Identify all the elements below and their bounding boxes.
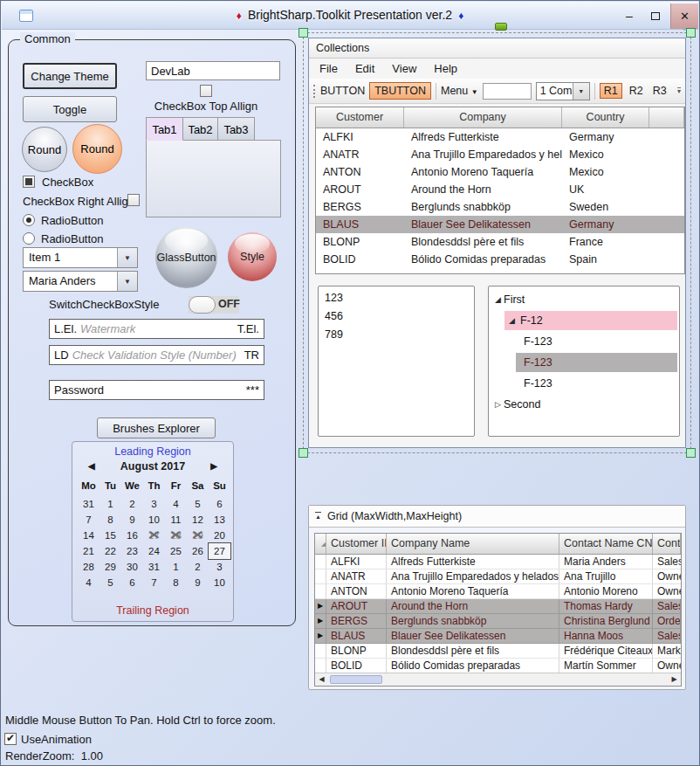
calendar-day[interactable]: 5 (100, 575, 121, 590)
calendar-day[interactable]: 26 (187, 543, 209, 559)
table-row[interactable]: BOLIDBólido Comidas preparadasSpain (316, 251, 684, 268)
calendar-day[interactable]: 28 (78, 559, 100, 575)
calendar-day[interactable]: 2 (187, 559, 209, 575)
combobox-item1[interactable]: Item 1 ▼ (23, 247, 138, 268)
row-selector[interactable]: ▶ (315, 599, 326, 613)
combobox-maria-anders[interactable]: Maria Anders ▼ (23, 271, 138, 292)
checkbox-top-align[interactable] (200, 85, 212, 97)
calendar-prev-icon[interactable]: ◀ (88, 461, 95, 471)
calendar-day[interactable]: 14 (78, 528, 100, 543)
menu-file[interactable]: File (311, 62, 347, 75)
tree-expanded-icon[interactable]: ◢ (495, 290, 501, 309)
row-selector[interactable] (315, 659, 326, 673)
toolbar-radio-r1[interactable]: R1 (600, 83, 622, 99)
menu-edit[interactable]: Edit (347, 62, 383, 75)
expander-header[interactable]: ▲ Grid (MaxWidth,MaxHeight) (309, 506, 685, 528)
calendar-day[interactable]: 3 (143, 496, 165, 512)
calendar-day[interactable]: 23 (121, 543, 143, 559)
calendar-day[interactable]: 2 (121, 496, 143, 512)
calendar-day[interactable]: 29 (100, 559, 121, 575)
table-row[interactable]: BLONPBlondesddsl père et filsFrédérique … (315, 644, 681, 659)
checkbox-checked[interactable] (23, 176, 35, 188)
glass-button[interactable]: GlassButton (155, 226, 217, 288)
calendar-day[interactable]: 31 (78, 496, 100, 512)
list-item[interactable]: 456 (319, 307, 474, 326)
table-row[interactable]: ALFKIAlfreds FutterkisteGermany (316, 128, 684, 146)
calendar-day[interactable]: 1 (165, 559, 187, 575)
list-item[interactable]: 123 (319, 289, 474, 307)
column-header-customer-id[interactable]: Customer ID (326, 534, 387, 554)
round-button-gray[interactable]: Round (22, 127, 67, 172)
toolbar-toggle-button[interactable]: TBUTTON (369, 82, 431, 100)
tab-tab2[interactable]: Tab2 (182, 117, 218, 141)
calendar-next-icon[interactable]: ▶ (210, 461, 217, 471)
calendar-day[interactable]: 20 (209, 528, 230, 543)
change-theme-button[interactable]: Change Theme (23, 63, 117, 89)
watermark-textbox[interactable]: L.El. Watermark T.El. (49, 319, 264, 339)
scroll-right-icon[interactable]: ▶ (668, 673, 681, 686)
table-row[interactable]: BLONPBlondesddsl père et filsFrance (316, 233, 684, 251)
toolbar-button[interactable]: BUTTON (320, 85, 365, 97)
tree-item[interactable]: ▷Second (491, 395, 677, 414)
calendar-month-title[interactable]: August 2017 (120, 460, 185, 473)
calendar-day[interactable]: 1 (100, 496, 121, 512)
minimize-button[interactable]: – (618, 4, 641, 28)
toolbar-overflow-icon[interactable]: ▾ (677, 87, 681, 94)
password-box[interactable]: Password *** (49, 380, 264, 400)
table-row[interactable]: AROUTAround the HornUK (316, 181, 684, 198)
tree-item[interactable]: ◢F-12 (504, 311, 677, 330)
use-animation-checkbox[interactable] (4, 733, 17, 745)
row-selector[interactable] (315, 569, 326, 583)
listbox[interactable]: 123456789 (318, 286, 475, 437)
toolbar-combobox[interactable]: 1 Com ▼ (536, 82, 590, 100)
calendar-day[interactable]: 15 (100, 528, 121, 543)
table-row[interactable]: ALFKIAlfreds FutterkisteMaria AndersSale… (315, 555, 681, 569)
calendar-day[interactable]: 12 (187, 512, 209, 528)
round-button-orange[interactable]: Round (72, 124, 122, 174)
collections-titlebar[interactable]: Collections (309, 38, 685, 59)
table-row[interactable]: ANTONAntonio Moreno TaqueríaMexico (316, 163, 684, 181)
collapse-icon[interactable]: ▲ (315, 512, 321, 521)
radiobutton-1[interactable] (23, 214, 35, 226)
calendar-day[interactable]: 7 (78, 512, 100, 528)
calendar-day[interactable]: 9 (187, 575, 209, 590)
checkbox-right-align[interactable] (127, 194, 140, 206)
row-selector[interactable]: ▶ (315, 614, 326, 628)
column-header-country[interactable]: Country (562, 107, 649, 128)
calendar-day[interactable]: 13 (209, 512, 230, 528)
table-row[interactable]: ANTONAntonio Moreno TaqueríaAntonio More… (315, 584, 681, 599)
calendar-day[interactable]: 4 (165, 496, 187, 512)
toolbar-menu-button[interactable]: Menu ▼ (441, 85, 478, 97)
switch-toggle[interactable]: OFF (189, 296, 239, 314)
style-glass-button[interactable]: Style (228, 232, 277, 281)
tree-expanded-icon[interactable]: ◢ (509, 311, 515, 330)
validation-textbox[interactable]: LD Check Validation Style (Number) TR (49, 345, 264, 365)
column-header-customer[interactable]: Customer (316, 107, 404, 128)
horizontal-scrollbar[interactable]: ◀ ▶ (315, 673, 681, 686)
maximize-button[interactable] (643, 4, 667, 28)
calendar-day[interactable]: 30 (121, 559, 143, 575)
toolbar-radio-r2[interactable]: R2 (627, 84, 646, 98)
switch-thumb[interactable] (189, 296, 216, 314)
menu-help[interactable]: Help (425, 62, 466, 75)
tree-collapsed-icon[interactable]: ▷ (495, 395, 501, 414)
tab-tab1[interactable]: Tab1 (146, 117, 183, 141)
calendar-day[interactable]: 9 (121, 512, 143, 528)
calendar-day[interactable]: 25 (165, 543, 187, 559)
calendar-day[interactable]: 11 (165, 512, 187, 528)
calendar-day[interactable]: 10 (209, 575, 230, 590)
row-selector[interactable]: ▶ (315, 629, 326, 643)
treeview[interactable]: ◢First◢F-12F-123F-123F-123▷Second (488, 286, 680, 437)
calendar-day[interactable]: 31 (143, 559, 165, 575)
calendar-day[interactable]: 5 (187, 496, 209, 512)
list-item[interactable]: 789 (319, 326, 474, 344)
row-selector[interactable] (315, 584, 326, 598)
calendar-day[interactable]: 4 (78, 575, 100, 590)
calendar-day[interactable]: 7 (143, 575, 165, 590)
table-row[interactable]: ▶BLAUSBlauer See DelikatessenHanna MoosS… (315, 629, 681, 644)
table-row[interactable]: BOLIDBólido Comidas preparadasMartín Som… (315, 659, 681, 673)
calendar-header[interactable]: ◀ August 2017 ▶ (72, 460, 233, 474)
toolbar-radio-r3[interactable]: R3 (650, 84, 669, 98)
resize-handle[interactable] (299, 448, 308, 458)
combobox-arrow-icon[interactable]: ▼ (573, 83, 589, 100)
